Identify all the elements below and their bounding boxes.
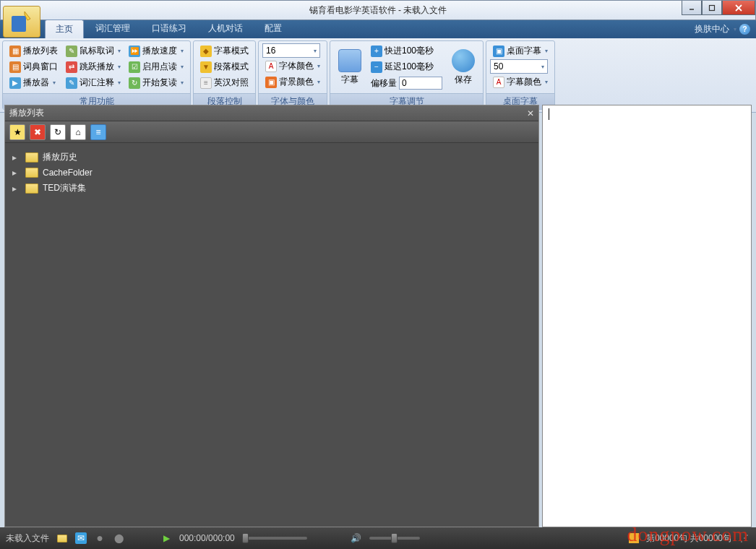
playlist-panel: 播放列表 ✕ ★ ✖ ↻ ⌂ ≡ ▸播放历史 ▸CacheFolder ▸TED… bbox=[4, 105, 539, 527]
svg-rect-4 bbox=[12, 16, 26, 32]
btn-subtitle-mode[interactable]: ◆字幕模式 bbox=[197, 43, 252, 59]
ribbon-group-desktop-sub: ▣桌面字幕▾ 50▾ A字幕颜色▾ 桌面字幕 bbox=[486, 40, 555, 110]
combo-fontsize[interactable]: 16▾ bbox=[262, 43, 320, 58]
panel-title: 播放列表 bbox=[9, 107, 44, 119]
status-file: 未载入文件 bbox=[6, 532, 49, 545]
ribbon: ▦播放列表 ▤词典窗口 ▶播放器▾ ✎鼠标取词▾ ⇄跳跃播放▾ ✎词汇注释▾ ⏩… bbox=[0, 38, 756, 113]
tb-list-icon[interactable]: ≡ bbox=[90, 124, 106, 140]
btn-click-read[interactable]: ☑启用点读▾ bbox=[126, 59, 186, 74]
tb-home-icon[interactable]: ⌂ bbox=[70, 124, 86, 140]
tb-refresh-icon[interactable]: ↻ bbox=[50, 124, 66, 140]
expand-icon[interactable]: ▸ bbox=[12, 152, 21, 163]
ribbon-group-common: ▦播放列表 ▤词典窗口 ▶播放器▾ ✎鼠标取词▾ ⇄跳跃播放▾ ✎词汇注释▾ ⏩… bbox=[2, 40, 191, 110]
btn-bg-color[interactable]: ▣背景颜色▾ bbox=[262, 74, 323, 90]
tab-dialog[interactable]: 人机对话 bbox=[198, 20, 253, 38]
tree-item-ted[interactable]: ▸TED演讲集 bbox=[8, 180, 536, 196]
tb-delete-icon[interactable]: ✖ bbox=[30, 124, 46, 140]
btn-dict-window[interactable]: ▤词典窗口 bbox=[7, 59, 61, 74]
status-time: 000:00/000:00 bbox=[179, 533, 235, 543]
btn-paragraph-mode[interactable]: ▼段落模式 bbox=[197, 59, 252, 74]
folder-icon bbox=[25, 152, 38, 163]
ribbon-group-subtitle-adjust: 字幕 +快进100毫秒 −延迟100毫秒 偏移量0 保存 字幕调节 bbox=[330, 40, 484, 110]
btn-en-cn[interactable]: ≡英汉对照 bbox=[197, 75, 252, 90]
btn-back-100ms[interactable]: −延迟100毫秒 bbox=[368, 59, 445, 74]
btn-desk-sub-color[interactable]: A字幕颜色▾ bbox=[490, 74, 551, 90]
expand-icon[interactable]: ▸ bbox=[12, 168, 21, 178]
btn-jump-play[interactable]: ⇄跳跃播放▾ bbox=[63, 59, 124, 74]
help-icon[interactable]: ? bbox=[739, 24, 750, 35]
expand-icon[interactable]: ▸ bbox=[12, 183, 21, 194]
text-cursor bbox=[549, 108, 549, 120]
tree-item-cache[interactable]: ▸CacheFolder bbox=[8, 165, 536, 180]
maximize-button[interactable] bbox=[702, 1, 722, 15]
titlebar: 锡育看电影学英语软件 - 未载入文件 bbox=[0, 0, 756, 20]
close-button[interactable] bbox=[722, 1, 755, 15]
playlist-tree: ▸播放历史 ▸CacheFolder ▸TED演讲集 bbox=[5, 143, 538, 527]
combo-desk-fontsize[interactable]: 50▾ bbox=[490, 59, 548, 74]
content-area: 播放列表 ✕ ★ ✖ ↻ ⌂ ≡ ▸播放历史 ▸CacheFolder ▸TED… bbox=[4, 105, 752, 527]
window-controls bbox=[682, 1, 755, 15]
ribbon-group-paragraph: ◆字幕模式 ▼段落模式 ≡英汉对照 段落控制 bbox=[193, 40, 256, 110]
app-logo bbox=[3, 6, 40, 38]
btn-player[interactable]: ▶播放器▾ bbox=[7, 75, 61, 90]
status-sentence: 第00000句 共00000句 bbox=[646, 532, 731, 545]
volume-slider[interactable] bbox=[369, 537, 420, 540]
chevron-down-icon[interactable]: ▾ bbox=[734, 26, 736, 33]
volume-icon[interactable]: 🔊 bbox=[351, 532, 362, 544]
spin-offset[interactable]: 0 bbox=[399, 77, 442, 90]
grip-icon: ⋰ bbox=[739, 532, 750, 544]
row-offset: 偏移量0 bbox=[368, 75, 445, 91]
skin-center-link[interactable]: 换肤中心 bbox=[695, 23, 729, 35]
btn-playlist[interactable]: ▦播放列表 bbox=[7, 43, 61, 59]
tab-config[interactable]: 配置 bbox=[254, 20, 292, 38]
tb-new-icon[interactable]: ★ bbox=[9, 124, 25, 140]
marker-icon[interactable] bbox=[629, 533, 639, 543]
tree-item-history[interactable]: ▸播放历史 bbox=[8, 149, 536, 165]
btn-subtitle-big[interactable]: 字幕 bbox=[334, 43, 366, 91]
menu-tabstrip: 主页 词汇管理 口语练习 人机对话 配置 换肤中心 ▾ ? bbox=[0, 20, 756, 38]
btn-desktop-subtitle[interactable]: ▣桌面字幕▾ bbox=[490, 43, 551, 59]
bubble-icon[interactable]: ● bbox=[94, 532, 106, 544]
btn-start-repeat[interactable]: ↻开始复读▾ bbox=[126, 75, 186, 90]
btn-save[interactable]: 保存 bbox=[447, 43, 479, 91]
text-editor-pane[interactable] bbox=[542, 105, 752, 527]
btn-mouse-pick[interactable]: ✎鼠标取词▾ bbox=[63, 43, 124, 59]
btn-forward-100ms[interactable]: +快进100毫秒 bbox=[368, 43, 445, 59]
btn-vocab-note[interactable]: ✎词汇注释▾ bbox=[63, 75, 124, 90]
panel-close-icon[interactable]: ✕ bbox=[527, 108, 534, 118]
record-icon[interactable]: ⬤ bbox=[113, 532, 124, 544]
panel-header: 播放列表 ✕ bbox=[5, 105, 538, 121]
folder-icon[interactable] bbox=[56, 532, 68, 544]
tab-vocab[interactable]: 词汇管理 bbox=[85, 20, 140, 38]
folder-icon bbox=[25, 183, 38, 194]
folder-icon bbox=[25, 168, 38, 178]
minimize-button[interactable] bbox=[682, 1, 702, 15]
panel-toolbar: ★ ✖ ↻ ⌂ ≡ bbox=[5, 121, 538, 143]
window-title: 锡育看电影学英语软件 - 未载入文件 bbox=[309, 4, 447, 17]
chat-icon[interactable]: ✉ bbox=[75, 532, 87, 544]
tab-speaking[interactable]: 口语练习 bbox=[142, 20, 197, 38]
btn-play-speed[interactable]: ⏩播放速度▾ bbox=[126, 43, 186, 59]
btn-font-color[interactable]: A字体颜色▾ bbox=[262, 59, 323, 74]
svg-rect-1 bbox=[710, 5, 715, 10]
ribbon-group-font: 16▾ A字体颜色▾ ▣背景颜色▾ 字体与颜色 bbox=[258, 40, 327, 110]
play-icon[interactable]: ▶ bbox=[160, 532, 172, 544]
progress-slider[interactable] bbox=[242, 537, 307, 540]
tab-home[interactable]: 主页 bbox=[45, 20, 84, 38]
statusbar: 未载入文件 ✉ ● ⬤ ▶ 000:00/000:00 🔊 第00000句 共0… bbox=[0, 527, 756, 549]
